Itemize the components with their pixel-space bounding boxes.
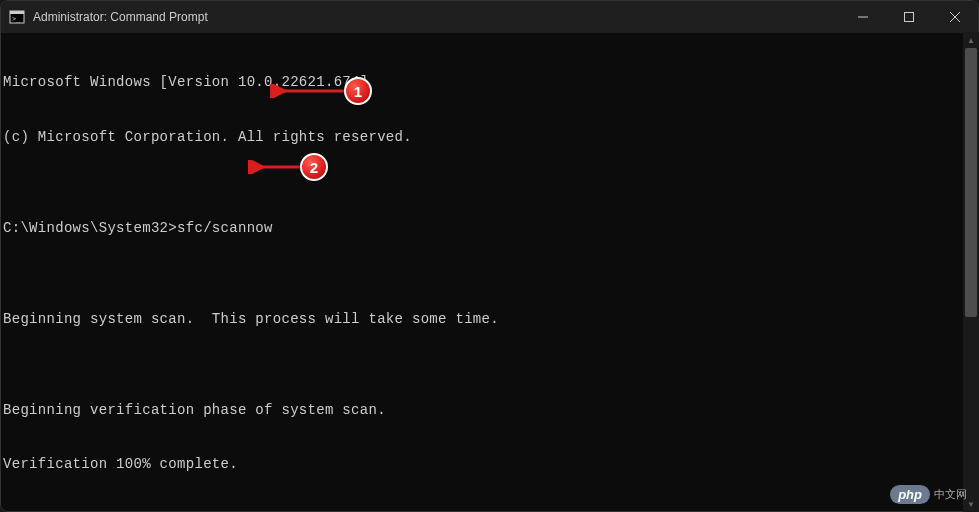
svg-rect-4 — [905, 13, 914, 22]
titlebar[interactable]: >_ Administrator: Command Prompt — [1, 1, 978, 33]
window-controls — [840, 1, 978, 33]
scroll-down-icon[interactable]: ▼ — [963, 496, 979, 512]
terminal-line: C:\Windows\System32>sfc/scannow — [3, 219, 976, 237]
terminal-line: Beginning system scan. This process will… — [3, 310, 976, 328]
close-button[interactable] — [932, 1, 978, 33]
terminal-output[interactable]: Microsoft Windows [Version 10.0.22621.67… — [1, 33, 978, 511]
command-prompt-window: >_ Administrator: Command Prompt Microso… — [0, 0, 979, 512]
scroll-up-icon[interactable]: ▲ — [963, 32, 979, 48]
cmd-icon: >_ — [9, 9, 25, 25]
svg-text:>_: >_ — [12, 15, 21, 23]
terminal-line: (c) Microsoft Corporation. All rights re… — [3, 128, 976, 146]
terminal-line: Microsoft Windows [Version 10.0.22621.67… — [3, 73, 976, 91]
minimize-button[interactable] — [840, 1, 886, 33]
scrollbar[interactable]: ▲ ▼ — [963, 32, 979, 512]
terminal-line: Beginning verification phase of system s… — [3, 401, 976, 419]
scrollbar-track[interactable] — [963, 48, 979, 496]
terminal-line: Verification 100% complete. — [3, 455, 976, 473]
scrollbar-thumb[interactable] — [965, 48, 977, 317]
window-title: Administrator: Command Prompt — [33, 10, 840, 24]
svg-rect-1 — [10, 11, 24, 14]
maximize-button[interactable] — [886, 1, 932, 33]
